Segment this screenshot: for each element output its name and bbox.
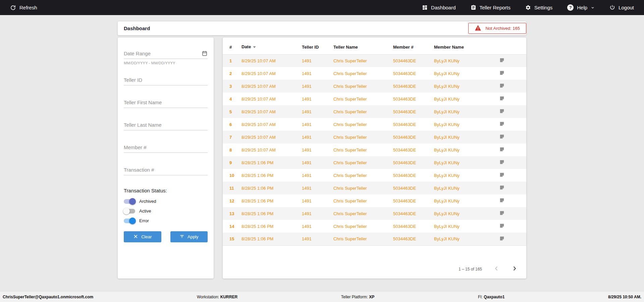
refresh-button[interactable]: Refresh bbox=[10, 5, 37, 11]
note-icon[interactable] bbox=[499, 83, 505, 88]
nav-dashboard[interactable]: Dashboard bbox=[422, 5, 455, 10]
column-header-member-number[interactable]: Member # bbox=[393, 42, 434, 54]
table-row[interactable]: 28/29/25 10:07 AM1491Chris SuperTeller50… bbox=[223, 67, 526, 80]
row-number-cell: 5 bbox=[223, 105, 241, 118]
table-row[interactable]: 68/29/25 10:07 AM1491Chris SuperTeller50… bbox=[223, 118, 526, 131]
member-name-cell: ByLyJI KUNy bbox=[434, 220, 499, 233]
member-number-cell: 5034463DE bbox=[393, 207, 434, 220]
teller-name-cell: Chris SuperTeller bbox=[333, 118, 393, 131]
date-cell: 8/28/25 1:06 PM bbox=[241, 182, 302, 194]
table-row[interactable]: 148/28/25 1:06 PM1491Chris SuperTeller50… bbox=[223, 220, 526, 233]
teller-id-cell: 1491 bbox=[302, 54, 333, 67]
member-number-cell: 5034463DE bbox=[393, 105, 434, 118]
teller-name-cell: Chris SuperTeller bbox=[333, 207, 393, 220]
row-number-cell: 3 bbox=[223, 80, 241, 93]
note-icon[interactable] bbox=[499, 159, 505, 165]
app-window: Refresh Dashboard Teller Reports Sett bbox=[0, 0, 644, 302]
table-row[interactable]: 48/29/25 10:07 AM1491Chris SuperTeller50… bbox=[223, 93, 526, 105]
member-number-field-group bbox=[124, 143, 208, 153]
teller-name-cell: Chris SuperTeller bbox=[333, 182, 393, 194]
table-row[interactable]: 38/29/25 10:07 AM1491Chris SuperTeller50… bbox=[223, 80, 526, 93]
refresh-icon bbox=[10, 5, 16, 11]
nav-teller-reports[interactable]: Teller Reports bbox=[471, 5, 511, 10]
not-archived-count: Not Archived: 165 bbox=[485, 26, 520, 31]
nav-settings[interactable]: Settings bbox=[525, 5, 552, 10]
chevron-left-icon bbox=[493, 265, 500, 273]
table-row[interactable]: 58/29/25 10:07 AM1491Chris SuperTeller50… bbox=[223, 105, 526, 118]
note-icon[interactable] bbox=[499, 121, 505, 127]
note-icon[interactable] bbox=[499, 134, 505, 139]
table-row[interactable]: 98/28/25 1:06 PM1491Chris SuperTeller503… bbox=[223, 156, 526, 169]
date-range-field-group: MM/DD/YYYY - MM/DD/YYYY bbox=[124, 49, 208, 65]
teller-id-cell: 1491 bbox=[302, 194, 333, 207]
note-icon[interactable] bbox=[499, 210, 505, 216]
teller-id-cell: 1491 bbox=[302, 233, 333, 245]
note-icon[interactable] bbox=[499, 185, 505, 190]
column-header-member-name[interactable]: Member Name bbox=[434, 42, 499, 54]
calendar-icon[interactable] bbox=[202, 50, 208, 58]
dashboard-grid-icon bbox=[422, 5, 428, 10]
teller-id-cell: 1491 bbox=[302, 67, 333, 80]
page-title: Dashboard bbox=[124, 25, 150, 31]
teller-last-name-input[interactable] bbox=[124, 120, 208, 130]
member-number-input[interactable] bbox=[124, 143, 208, 153]
next-page-button[interactable] bbox=[511, 265, 518, 273]
help-icon: ? bbox=[567, 4, 574, 11]
nav-help[interactable]: ? Help bbox=[567, 4, 595, 11]
note-icon[interactable] bbox=[499, 197, 505, 203]
column-header-date[interactable]: Date bbox=[241, 42, 302, 54]
transaction-number-input[interactable] bbox=[124, 165, 208, 175]
teller-name-cell: Chris SuperTeller bbox=[333, 156, 393, 169]
note-icon[interactable] bbox=[499, 172, 505, 178]
note-icon[interactable] bbox=[499, 223, 505, 229]
active-toggle[interactable] bbox=[124, 209, 135, 214]
note-icon[interactable] bbox=[499, 108, 505, 114]
member-number-cell: 5034463DE bbox=[393, 143, 434, 156]
note-icon[interactable] bbox=[499, 96, 505, 101]
row-number-cell: 14 bbox=[223, 220, 241, 233]
table-row[interactable]: 18/29/25 10:07 AM1491Chris SuperTeller50… bbox=[223, 54, 526, 67]
note-icon[interactable] bbox=[499, 57, 505, 63]
filter-icon bbox=[179, 234, 184, 240]
row-number-cell: 13 bbox=[223, 207, 241, 220]
note-icon[interactable] bbox=[499, 146, 505, 152]
row-number-cell: 1 bbox=[223, 54, 241, 67]
gear-icon bbox=[525, 5, 531, 10]
member-number-cell: 5034463DE bbox=[393, 131, 434, 143]
table-row[interactable]: 128/28/25 1:06 PM1491Chris SuperTeller50… bbox=[223, 194, 526, 207]
apply-button[interactable]: Apply bbox=[170, 231, 208, 242]
note-icon[interactable] bbox=[499, 70, 505, 76]
note-cell bbox=[499, 105, 526, 118]
row-number-cell: 10 bbox=[223, 169, 241, 182]
logged-in-user: ChrisSuperTeller@Qaxpauto1.onmicrosoft.c… bbox=[3, 295, 93, 299]
sort-desc-icon bbox=[252, 45, 257, 50]
teller-first-name-input[interactable] bbox=[124, 98, 208, 108]
date-range-input[interactable] bbox=[124, 49, 208, 59]
nav-logout[interactable]: Logout bbox=[609, 5, 634, 10]
date-cell: 8/29/25 10:07 AM bbox=[241, 105, 302, 118]
date-format-hint: MM/DD/YYYY - MM/DD/YYYY bbox=[124, 61, 208, 65]
note-cell bbox=[499, 80, 526, 93]
note-icon[interactable] bbox=[499, 236, 505, 241]
table-row[interactable]: 88/29/25 10:07 AM1491Chris SuperTeller50… bbox=[223, 143, 526, 156]
table-row[interactable]: 158/28/25 1:06 PM1491Chris SuperTeller50… bbox=[223, 233, 526, 245]
previous-page-button[interactable] bbox=[493, 265, 500, 273]
clear-button[interactable]: Clear bbox=[124, 231, 161, 242]
column-header-teller-name[interactable]: Teller Name bbox=[333, 42, 393, 54]
error-toggle[interactable] bbox=[124, 219, 135, 223]
table-row[interactable]: 108/28/25 1:06 PM1491Chris SuperTeller50… bbox=[223, 169, 526, 182]
table-row[interactable]: 138/28/25 1:06 PM1491Chris SuperTeller50… bbox=[223, 207, 526, 220]
table-row[interactable]: 78/29/25 10:07 AM1491Chris SuperTeller50… bbox=[223, 131, 526, 143]
member-name-cell: ByLyJI KUNy bbox=[434, 131, 499, 143]
column-header-teller-id[interactable]: Teller ID bbox=[302, 42, 333, 54]
note-cell bbox=[499, 169, 526, 182]
note-cell bbox=[499, 207, 526, 220]
date-cell: 8/29/25 10:07 AM bbox=[241, 54, 302, 67]
member-number-cell: 5034463DE bbox=[393, 233, 434, 245]
row-number-cell: 8 bbox=[223, 143, 241, 156]
column-header-number[interactable]: # bbox=[223, 42, 241, 54]
archived-toggle[interactable] bbox=[124, 199, 135, 204]
teller-id-input[interactable] bbox=[124, 75, 208, 85]
pagination-range-label: 1 – 15 of 165 bbox=[459, 267, 482, 271]
table-row[interactable]: 118/28/25 1:06 PM1491Chris SuperTeller50… bbox=[223, 182, 526, 194]
